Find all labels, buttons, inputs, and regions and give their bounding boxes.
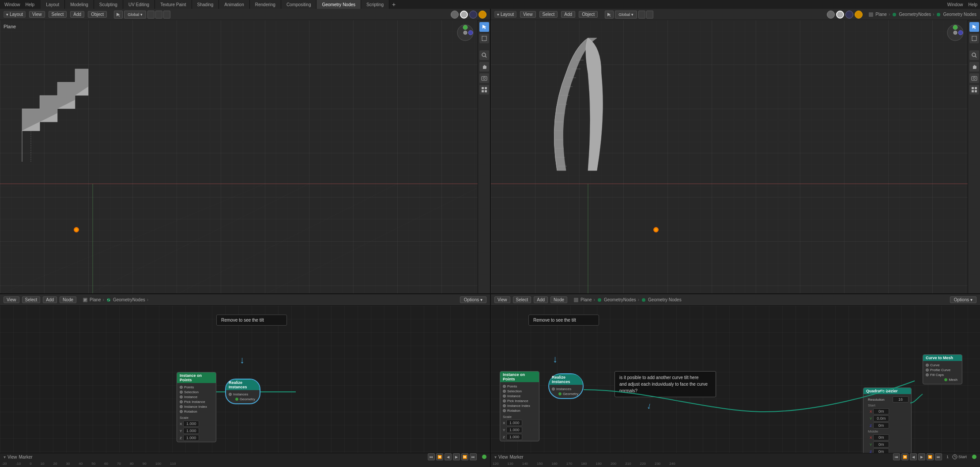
node-add-btn-left[interactable]: Add (43, 296, 57, 303)
nav-sphere-left[interactable] (456, 24, 474, 42)
options-btn-left[interactable]: Options ▾ (460, 296, 486, 303)
tab-shading[interactable]: Shading (192, 0, 219, 9)
gn-bc-1: Plane (875, 12, 887, 17)
grid-tool-right[interactable] (969, 85, 979, 95)
timeline-ruler-right: 120 130 140 150 160 170 180 190 200 210 … (491, 460, 980, 467)
proportional-right[interactable] (646, 11, 653, 19)
svg-rect-59 (972, 90, 974, 92)
timeline-marker-left[interactable]: Marker (19, 455, 33, 459)
node-view-btn-left[interactable]: View (4, 296, 19, 303)
menu-help-right[interactable]: Help (965, 2, 980, 7)
tab-rendering[interactable]: Rendering (250, 0, 281, 9)
timeline-mode-right[interactable]: ▾ (494, 455, 497, 459)
jump-start-btn-right[interactable]: ⏮ (893, 453, 900, 460)
jump-end-btn-right[interactable]: ⏭ (935, 453, 942, 460)
timeline-marker-right[interactable]: Marker (510, 455, 524, 459)
node-select-btn-right[interactable]: Select (513, 296, 531, 303)
material-btn-left[interactable] (469, 11, 477, 19)
node-realize-instances-right[interactable]: Realize Instances Instances Geometry (548, 373, 584, 399)
transform-controls-left: Global ▾ (114, 11, 170, 19)
tab-modeling[interactable]: Modeling (65, 0, 94, 9)
menu-help-left[interactable]: Help (23, 2, 38, 7)
tab-geometry-nodes[interactable]: Geometry Nodes (317, 0, 361, 9)
menu-window-right[interactable]: Window (945, 2, 966, 7)
left-3d-viewport: Plane (0, 20, 478, 293)
node-instance-on-points-right[interactable]: Instance on Points Points Selection Inst… (500, 371, 539, 441)
object-menu-right[interactable]: Object (579, 11, 598, 18)
tab-animation[interactable]: Animation (219, 0, 249, 9)
camera-tool-left[interactable] (479, 73, 489, 83)
camera-tool-right[interactable] (969, 73, 979, 83)
view-menu-right[interactable]: View (520, 11, 536, 18)
node-curve-to-mesh[interactable]: Curve to Mesh Curve Profile Curve Fill C… (923, 354, 962, 384)
pivot-point-left[interactable]: Global ▾ (124, 11, 146, 19)
svg-line-66 (955, 457, 956, 457)
tab-layout[interactable]: Layout (41, 0, 65, 9)
select-menu-left[interactable]: Select (49, 11, 67, 18)
mode-selector-right[interactable]: ▾ Layout (494, 11, 516, 18)
node-realize-instances-left[interactable]: Realize Instances Instances Geometry (225, 379, 260, 404)
snap-toggle-right[interactable] (638, 11, 645, 19)
wireframe-btn-right[interactable] (827, 11, 835, 19)
add-menu-left[interactable]: Add (70, 11, 84, 18)
svg-point-50 (954, 31, 957, 34)
svg-rect-61 (574, 298, 578, 302)
grid-tool-left[interactable] (479, 85, 489, 95)
wireframe-btn-left[interactable] (451, 11, 459, 19)
node-node-btn-right[interactable]: Node (550, 296, 567, 303)
node-instance-on-points-left[interactable]: Instance on Points Points Selection Inst… (177, 372, 216, 442)
options-btn-right[interactable]: Options ▾ (950, 296, 976, 303)
timeline-mode-left[interactable]: ▾ (4, 455, 6, 459)
node-view-btn-right[interactable]: View (494, 296, 510, 303)
transform-cursor-left[interactable] (114, 11, 123, 19)
tab-compositing[interactable]: Compositing (281, 0, 317, 9)
jump-end-btn[interactable]: ⏭ (470, 453, 477, 460)
add-menu-right[interactable]: Add (561, 11, 575, 18)
node-node-btn-left[interactable]: Node (60, 296, 76, 303)
right-tool-sidebar (968, 20, 980, 293)
cursor-tool-left[interactable] (479, 22, 489, 32)
select-box-right[interactable] (969, 34, 979, 43)
step-forward-btn[interactable]: ⏩ (461, 453, 468, 460)
step-back-btn[interactable]: ⏪ (436, 453, 443, 460)
solid-btn-right[interactable] (836, 11, 844, 19)
timeline-view-right[interactable]: View (498, 455, 508, 459)
step-back-btn-right[interactable]: ⏪ (901, 453, 908, 460)
jump-start-btn[interactable]: ⏮ (428, 453, 435, 460)
hand-tool-right[interactable] (969, 62, 979, 72)
timeline-view-left[interactable]: View (8, 455, 17, 459)
pivot-point-right[interactable]: Global ▾ (615, 11, 637, 19)
zoom-tool-left[interactable] (479, 50, 489, 60)
nav-sphere-right[interactable] (946, 24, 964, 42)
play-reverse-btn[interactable]: ◀ (445, 453, 452, 460)
proportional-edit-left[interactable] (155, 11, 162, 19)
snap-toggle-left[interactable] (147, 11, 155, 19)
view-menu-left[interactable]: View (29, 11, 45, 18)
node-select-btn-left[interactable]: Select (22, 296, 41, 303)
select-menu-right[interactable]: Select (539, 11, 558, 18)
menu-window-left[interactable]: Window (2, 2, 23, 7)
tab-scripting[interactable]: Scripting (361, 0, 389, 9)
add-workspace-btn[interactable]: + (389, 1, 398, 8)
show-gizmo-left[interactable] (163, 11, 170, 19)
ruler-num: 70 (117, 462, 121, 466)
tab-texture-paint[interactable]: Texture Paint (155, 0, 192, 9)
play-btn[interactable]: ▶ (453, 453, 460, 460)
tab-uv-editing[interactable]: UV Editing (123, 0, 155, 9)
play-reverse-btn-right[interactable]: ◀ (910, 453, 917, 460)
step-forward-btn-right[interactable]: ⏩ (927, 453, 934, 460)
rendered-btn-left[interactable] (479, 11, 486, 19)
cursor-tool-right[interactable] (969, 22, 979, 32)
play-btn-right[interactable]: ▶ (918, 453, 925, 460)
solid-btn-left[interactable] (460, 11, 468, 19)
node-add-btn-right[interactable]: Add (534, 296, 548, 303)
rendered-btn-right[interactable] (855, 11, 863, 19)
tab-sculpting[interactable]: Sculpting (94, 0, 123, 9)
mode-selector-left[interactable]: ▾ Layout (4, 11, 26, 18)
zoom-tool-right[interactable] (969, 50, 979, 60)
hand-tool-left[interactable] (479, 62, 489, 72)
object-menu-left[interactable]: Object (88, 11, 107, 18)
transform-cursor-right[interactable] (605, 11, 614, 19)
material-btn-right[interactable] (845, 11, 853, 19)
select-box-left[interactable] (479, 34, 489, 43)
